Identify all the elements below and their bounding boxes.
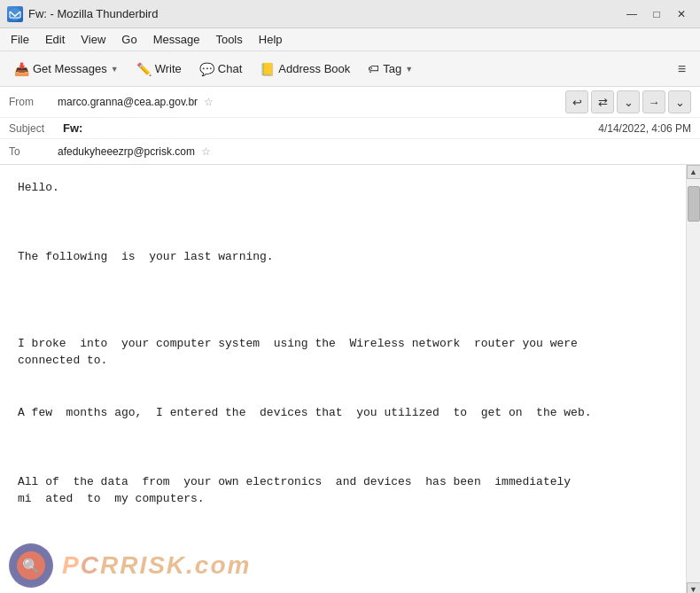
prev-button[interactable]: ⌄	[617, 90, 640, 113]
to-star-icon[interactable]: ☆	[201, 145, 211, 158]
email-body-container: Hello. The following is your last warnin…	[0, 165, 700, 593]
reply-button[interactable]: ↩	[565, 90, 588, 113]
get-messages-label: Get Messages	[33, 62, 107, 75]
maximize-button[interactable]: □	[645, 4, 668, 24]
window-title: Fw: - Mozilla Thunderbird	[28, 7, 158, 20]
scrollbar[interactable]: ▲ ▼	[686, 165, 700, 593]
address-book-icon: 📒	[260, 62, 275, 76]
tag-icon: 🏷	[368, 62, 379, 75]
from-star-icon[interactable]: ☆	[204, 96, 214, 108]
svg-point-0	[9, 8, 21, 20]
toolbar: 📥 Get Messages ▼ ✏️ Write 💬 Chat 📒 Addre…	[0, 51, 700, 87]
write-button[interactable]: ✏️ Write	[129, 59, 189, 80]
from-address: marco.granna@cea.ap.gov.br	[58, 96, 198, 108]
title-bar: Fw: - Mozilla Thunderbird — □ ✕	[0, 0, 700, 28]
from-row: From marco.granna@cea.ap.gov.br ☆ ↩ ⇄ ⌄ …	[0, 87, 700, 118]
menu-tools[interactable]: Tools	[208, 31, 249, 48]
to-value: afedukyheeezrp@pcrisk.com ☆	[58, 145, 691, 158]
menu-go[interactable]: Go	[114, 31, 144, 48]
to-address: afedukyheeezrp@pcrisk.com	[58, 145, 195, 158]
tag-arrow[interactable]: ▼	[405, 65, 413, 74]
hamburger-menu[interactable]: ≡	[671, 58, 693, 81]
from-value: marco.granna@cea.ap.gov.br ☆	[58, 96, 565, 108]
tag-label: Tag	[383, 62, 401, 75]
scroll-down-arrow[interactable]: ▼	[687, 582, 701, 593]
tag-button[interactable]: 🏷 Tag ▼	[361, 59, 420, 79]
subject-label: Subject	[9, 122, 58, 135]
menu-edit[interactable]: Edit	[38, 31, 72, 48]
scroll-track[interactable]	[688, 179, 700, 582]
nav-buttons[interactable]: ↩ ⇄ ⌄ → ⌄	[565, 90, 691, 113]
to-label: To	[9, 145, 58, 158]
minimize-button[interactable]: —	[620, 4, 643, 24]
forward-button[interactable]: →	[642, 90, 665, 113]
menu-view[interactable]: View	[74, 31, 113, 48]
get-messages-button[interactable]: 📥 Get Messages ▼	[7, 59, 126, 80]
address-book-button[interactable]: 📒 Address Book	[253, 59, 357, 80]
scroll-thumb[interactable]	[688, 186, 700, 222]
to-row: To afedukyheeezrp@pcrisk.com ☆	[0, 139, 700, 164]
menu-help[interactable]: Help	[252, 31, 290, 48]
chat-label: Chat	[218, 62, 242, 75]
address-book-label: Address Book	[278, 62, 350, 75]
reply-all-button[interactable]: ⇄	[591, 90, 614, 113]
email-header: From marco.granna@cea.ap.gov.br ☆ ↩ ⇄ ⌄ …	[0, 87, 700, 165]
subject-value: Fw:	[63, 121, 82, 135]
close-button[interactable]: ✕	[670, 4, 693, 24]
get-messages-icon: 📥	[14, 62, 29, 76]
app-icon	[7, 6, 23, 22]
menu-message[interactable]: Message	[146, 31, 207, 48]
title-bar-left: Fw: - Mozilla Thunderbird	[7, 6, 158, 22]
subject-row: Subject Fw: 4/14/2022, 4:06 PM	[0, 118, 700, 139]
scroll-up-arrow[interactable]: ▲	[687, 165, 701, 179]
get-messages-arrow[interactable]: ▼	[111, 65, 119, 74]
window-controls[interactable]: — □ ✕	[620, 4, 693, 24]
more-button[interactable]: ⌄	[668, 90, 691, 113]
chat-icon: 💬	[199, 62, 214, 76]
write-label: Write	[155, 62, 182, 75]
email-body: Hello. The following is your last warnin…	[0, 165, 686, 593]
menu-bar: File Edit View Go Message Tools Help	[0, 28, 700, 51]
from-label: From	[9, 96, 58, 108]
email-date: 4/14/2022, 4:06 PM	[598, 122, 691, 135]
chat-button[interactable]: 💬 Chat	[192, 59, 249, 80]
write-icon: ✏️	[136, 62, 152, 76]
menu-file[interactable]: File	[4, 31, 36, 48]
